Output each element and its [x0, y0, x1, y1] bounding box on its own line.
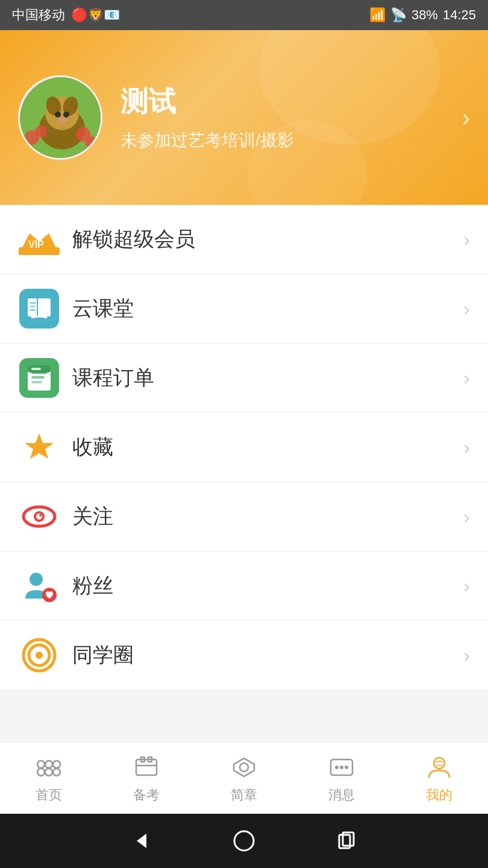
svg-point-52 [240, 763, 248, 772]
status-left: 中国移动 🔴🦁📧 [12, 6, 120, 24]
svg-point-11 [85, 136, 97, 148]
svg-point-36 [39, 514, 42, 517]
chevron-right-icon: › [463, 228, 470, 251]
nav-item-mine[interactable]: 我的 [390, 742, 488, 814]
svg-point-43 [45, 761, 52, 768]
nav-item-message[interactable]: 消息 [293, 742, 390, 814]
carrier-text: 中国移动 [12, 6, 65, 24]
status-right: 📶 📡 38% 14:25 [369, 7, 476, 23]
menu-item-favorites[interactable]: 收藏 › [0, 413, 488, 482]
menu-item-cloud-class[interactable]: 云课堂 › [0, 274, 488, 344]
svg-point-45 [37, 769, 45, 776]
user-name: 测试 [120, 83, 462, 121]
svg-point-37 [30, 573, 43, 586]
back-button[interactable] [127, 826, 157, 856]
svg-rect-17 [19, 250, 60, 255]
guide-nav-icon [229, 752, 259, 782]
android-nav [0, 814, 488, 868]
svg-point-35 [36, 514, 42, 520]
time-text: 14:25 [443, 7, 476, 23]
wifi-icon: 📡 [390, 7, 407, 23]
svg-point-6 [63, 112, 69, 118]
svg-point-54 [335, 766, 339, 769]
circle-icon [18, 634, 60, 676]
svg-point-57 [434, 758, 445, 769]
svg-rect-22 [30, 302, 36, 304]
svg-marker-58 [137, 834, 146, 848]
svg-point-47 [53, 769, 60, 776]
menu-label-vip: 解锁超级会员 [72, 225, 463, 253]
user-desc: 未参加过艺考培训/摄影 [120, 129, 462, 152]
svg-point-55 [340, 766, 343, 769]
menu-label-favorites: 收藏 [72, 433, 463, 461]
status-bar: 中国移动 🔴🦁📧 📶 📡 38% 14:25 [0, 0, 488, 30]
svg-point-46 [45, 769, 52, 776]
chevron-right-icon: › [463, 298, 470, 320]
svg-rect-29 [31, 381, 42, 383]
user-info: 测试 未参加过艺考培训/摄影 [120, 83, 462, 152]
mine-nav-icon [424, 752, 454, 782]
svg-point-5 [55, 112, 61, 118]
nav-item-home[interactable]: 首页 [0, 742, 98, 814]
chevron-right-icon: › [463, 506, 470, 528]
svg-rect-23 [30, 306, 35, 307]
header-chevron-icon: › [462, 104, 470, 131]
bottom-nav: 首页 备考 简章 [0, 741, 488, 814]
svg-rect-48 [136, 760, 157, 775]
avatar [18, 75, 102, 160]
home-button[interactable] [229, 826, 259, 856]
chevron-right-icon: › [463, 575, 470, 597]
home-nav-icon [34, 752, 64, 782]
svg-point-41 [36, 652, 43, 659]
app-icons: 🔴🦁📧 [71, 7, 120, 23]
fans-icon [18, 565, 60, 607]
recent-button[interactable] [331, 826, 361, 856]
chevron-right-icon: › [463, 436, 470, 459]
svg-rect-31 [31, 368, 41, 370]
nav-label-message: 消息 [328, 786, 355, 804]
menu-label-follow: 关注 [72, 503, 463, 530]
avatar-image [20, 77, 102, 160]
menu-item-vip[interactable]: VIP 解锁超级会员 › [0, 205, 488, 274]
chevron-right-icon: › [463, 644, 470, 667]
nav-label-guide: 简章 [231, 786, 257, 804]
svg-rect-24 [30, 309, 36, 311]
menu-item-fans[interactable]: 粉丝 › [0, 552, 488, 621]
svg-point-56 [345, 766, 348, 769]
menu-label-fans: 粉丝 [72, 572, 463, 600]
menu-list: VIP 解锁超级会员 › 云课堂 › [0, 205, 488, 690]
svg-rect-28 [31, 376, 45, 379]
battery-text: 38% [411, 7, 438, 23]
chevron-right-icon: › [463, 367, 470, 389]
svg-point-44 [53, 761, 60, 768]
signal-icon: 📶 [369, 7, 386, 23]
svg-point-7 [57, 118, 67, 124]
menu-item-follow[interactable]: 关注 › [0, 482, 488, 552]
vip-icon: VIP [18, 218, 60, 260]
menu-label-course-order: 课程订单 [72, 364, 463, 392]
prepare-nav-icon [131, 752, 161, 782]
svg-marker-32 [25, 433, 54, 459]
menu-item-course-order[interactable]: 课程订单 › [0, 344, 488, 413]
nav-item-guide[interactable]: 简章 [195, 742, 293, 814]
menu-label-circle: 同学圈 [72, 641, 463, 669]
svg-point-59 [234, 831, 254, 851]
menu-label-cloud-class: 云课堂 [72, 295, 463, 322]
eye-icon [18, 495, 60, 538]
nav-label-prepare: 备考 [133, 786, 160, 804]
svg-point-42 [37, 761, 45, 768]
message-nav-icon [327, 752, 357, 782]
nav-item-prepare[interactable]: 备考 [98, 742, 195, 814]
menu-item-circle[interactable]: 同学圈 › [0, 621, 488, 690]
book-icon [18, 288, 60, 330]
nav-label-home: 首页 [36, 786, 62, 804]
svg-text:VIP: VIP [28, 239, 44, 250]
star-icon [18, 426, 60, 468]
header-banner[interactable]: 测试 未参加过艺考培训/摄影 › [0, 30, 488, 205]
nav-label-mine: 我的 [426, 786, 452, 804]
svg-point-9 [35, 125, 47, 137]
order-icon [18, 357, 60, 399]
svg-rect-21 [37, 298, 38, 316]
